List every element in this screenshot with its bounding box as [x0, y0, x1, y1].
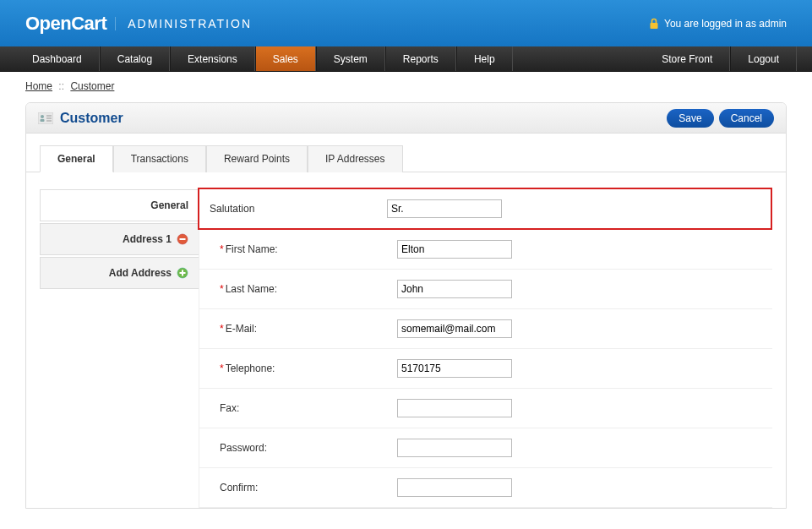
svg-rect-11: [182, 270, 183, 276]
side-tab-add-address[interactable]: Add Address: [40, 257, 199, 289]
required-marker: *: [220, 283, 224, 295]
header-login-status: You are logged in as admin: [649, 18, 787, 30]
nav-catalog[interactable]: Catalog: [100, 46, 170, 71]
app-header: OpenCart ADMINISTRATION You are logged i…: [0, 0, 812, 46]
last-name-label: Last Name:: [226, 283, 277, 295]
fax-input[interactable]: [397, 399, 512, 417]
cancel-button[interactable]: Cancel: [719, 109, 774, 128]
brand-section: ADMINISTRATION: [115, 17, 252, 30]
email-input[interactable]: [397, 319, 512, 338]
breadcrumb-sep: ::: [58, 80, 64, 92]
nav-extensions[interactable]: Extensions: [170, 46, 255, 71]
field-row-last-name: *Last Name:: [199, 270, 772, 309]
tabs-bar: General Transactions Reward Points IP Ad…: [26, 134, 786, 172]
side-tab-address1-label: Address 1: [123, 233, 172, 245]
form-fields: Salutation *First Name: *Last Name: *E-M…: [199, 189, 772, 508]
nav-system[interactable]: System: [316, 46, 385, 71]
confirm-input[interactable]: [397, 478, 512, 497]
breadcrumb-home[interactable]: Home: [25, 80, 52, 92]
salutation-label: Salutation: [210, 203, 387, 215]
brand-logo: OpenCart: [25, 13, 106, 35]
email-label: E-Mail:: [226, 323, 257, 335]
first-name-input[interactable]: [397, 240, 512, 259]
lock-icon: [649, 18, 659, 30]
required-marker: *: [220, 243, 224, 255]
customer-icon: [38, 112, 53, 124]
tab-ip-addresses[interactable]: IP Addresses: [308, 145, 403, 172]
nav-dashboard[interactable]: Dashboard: [15, 46, 100, 71]
nav-sales[interactable]: Sales: [255, 46, 316, 71]
field-row-telephone: *Telephone:: [199, 349, 772, 389]
svg-rect-3: [41, 119, 45, 122]
field-row-password: Password:: [199, 428, 772, 468]
side-tab-general[interactable]: General: [40, 189, 199, 221]
fax-label: Fax:: [220, 402, 239, 414]
field-row-confirm: Confirm:: [199, 468, 772, 508]
side-tab-general-label: General: [150, 199, 188, 211]
breadcrumb: Home :: Customer: [0, 72, 812, 102]
side-tab-add-address-label: Add Address: [109, 267, 172, 279]
telephone-input[interactable]: [397, 359, 512, 378]
svg-point-2: [41, 115, 44, 118]
side-tab-address1[interactable]: Address 1: [40, 223, 199, 255]
svg-rect-8: [180, 238, 186, 240]
main-nav: Dashboard Catalog Extensions Sales Syste…: [0, 46, 812, 72]
field-row-fax: Fax:: [199, 389, 772, 428]
first-name-label: First Name:: [226, 243, 278, 255]
required-marker: *: [220, 363, 224, 374]
nav-reports[interactable]: Reports: [385, 46, 456, 71]
tab-transactions[interactable]: Transactions: [113, 145, 206, 172]
tab-general[interactable]: General: [40, 145, 113, 172]
last-name-input[interactable]: [397, 280, 512, 298]
svg-rect-0: [651, 23, 658, 29]
confirm-label: Confirm:: [220, 482, 258, 494]
required-marker: *: [220, 323, 224, 335]
salutation-input[interactable]: [387, 199, 502, 218]
login-status-text: You are logged in as admin: [664, 18, 787, 30]
breadcrumb-current[interactable]: Customer: [70, 80, 114, 92]
field-row-email: *E-Mail:: [199, 309, 772, 349]
telephone-label: Telephone:: [226, 363, 275, 374]
content-box: Customer Save Cancel General Transaction…: [25, 102, 787, 509]
content-header: Customer Save Cancel: [26, 103, 786, 134]
field-row-first-name: *First Name:: [199, 230, 772, 270]
password-input[interactable]: [397, 439, 512, 457]
nav-help[interactable]: Help: [456, 46, 513, 71]
side-tabs: General Address 1 Add Address: [40, 189, 199, 508]
password-label: Password:: [220, 442, 267, 454]
form-area: General Address 1 Add Address: [26, 172, 786, 508]
page-title: Customer: [60, 111, 123, 126]
save-button[interactable]: Save: [667, 109, 713, 128]
field-row-salutation: Salutation: [198, 188, 772, 230]
nav-store-front[interactable]: Store Front: [645, 46, 730, 71]
plus-circle-icon[interactable]: [177, 267, 188, 279]
nav-logout[interactable]: Logout: [730, 46, 797, 71]
tab-reward-points[interactable]: Reward Points: [206, 145, 308, 172]
minus-circle-icon[interactable]: [177, 233, 188, 245]
